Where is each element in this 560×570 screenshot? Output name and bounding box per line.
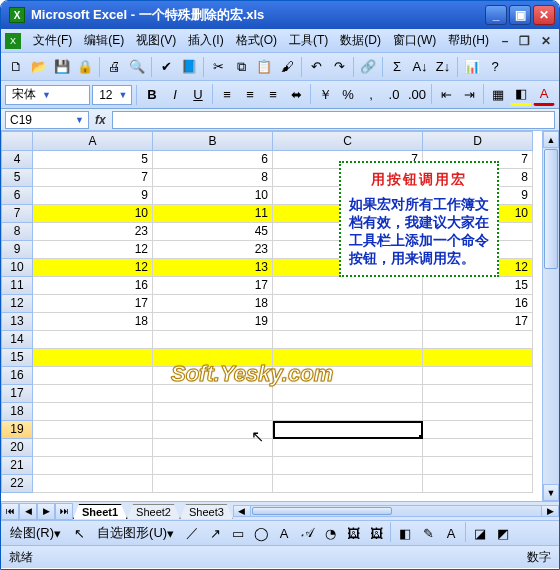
cell[interactable]: 18 xyxy=(153,295,273,313)
cell[interactable]: 10 xyxy=(33,205,153,223)
scroll-down-button[interactable]: ▼ xyxy=(543,484,559,501)
cell[interactable] xyxy=(33,385,153,403)
workbook-restore-button[interactable]: ❐ xyxy=(515,34,534,48)
row-header[interactable]: 20 xyxy=(1,439,33,457)
currency-button[interactable]: ￥ xyxy=(314,84,336,106)
row-header[interactable]: 4 xyxy=(1,151,33,169)
font2-button[interactable]: A xyxy=(440,522,462,544)
cell[interactable]: 16 xyxy=(33,277,153,295)
sort_asc-button[interactable]: A↓ xyxy=(409,56,431,78)
cell[interactable] xyxy=(423,457,533,475)
cell[interactable] xyxy=(273,295,423,313)
close-button[interactable]: ✕ xyxy=(533,5,555,25)
menu-insert[interactable]: 插入(I) xyxy=(182,29,229,52)
bold-button[interactable]: B xyxy=(141,84,163,106)
row-header[interactable]: 11 xyxy=(1,277,33,295)
fx-icon[interactable]: fx xyxy=(93,113,108,127)
fontname-combo[interactable]: 宋体▼ xyxy=(5,85,90,105)
link-button[interactable]: 🔗 xyxy=(357,56,379,78)
indent_dec-button[interactable]: ⇤ xyxy=(435,84,457,106)
cell[interactable]: 6 xyxy=(153,151,273,169)
vscroll-thumb[interactable] xyxy=(544,149,558,269)
textbox-button[interactable]: A xyxy=(273,522,295,544)
cell[interactable]: 17 xyxy=(153,277,273,295)
cell[interactable]: 17 xyxy=(423,313,533,331)
cell[interactable] xyxy=(153,475,273,493)
cell[interactable] xyxy=(423,403,533,421)
row-header[interactable]: 21 xyxy=(1,457,33,475)
menu-format[interactable]: 格式(O) xyxy=(230,29,283,52)
sheet-tab[interactable]: Sheet1 xyxy=(73,504,127,519)
row-header[interactable]: 16 xyxy=(1,367,33,385)
cell[interactable]: 23 xyxy=(153,241,273,259)
align_l-button[interactable]: ≡ xyxy=(216,84,238,106)
scroll-right-button[interactable]: ▶ xyxy=(541,506,558,516)
align_c-button[interactable]: ≡ xyxy=(239,84,261,106)
cell[interactable] xyxy=(33,475,153,493)
cell[interactable] xyxy=(273,331,423,349)
undo-button[interactable]: ↶ xyxy=(305,56,327,78)
cell[interactable] xyxy=(33,403,153,421)
sort_desc-button[interactable]: Z↓ xyxy=(432,56,454,78)
preview-button[interactable]: 🔍 xyxy=(126,56,148,78)
cell[interactable] xyxy=(153,457,273,475)
merge-button[interactable]: ⬌ xyxy=(285,84,307,106)
fill2-button[interactable]: ◧ xyxy=(394,522,416,544)
align_r-button[interactable]: ≡ xyxy=(262,84,284,106)
autoshapes-menu[interactable]: 自选图形(U)▾ xyxy=(92,522,179,544)
row-header[interactable]: 5 xyxy=(1,169,33,187)
cell[interactable] xyxy=(153,367,273,385)
indent_inc-button[interactable]: ⇥ xyxy=(458,84,480,106)
workbook-minimize-button[interactable]: – xyxy=(498,34,513,48)
redo-button[interactable]: ↷ xyxy=(328,56,350,78)
percent-button[interactable]: % xyxy=(337,84,359,106)
cell[interactable] xyxy=(33,331,153,349)
oval-button[interactable]: ◯ xyxy=(250,522,272,544)
row-header[interactable]: 15 xyxy=(1,349,33,367)
cell[interactable] xyxy=(273,457,423,475)
cell[interactable] xyxy=(273,385,423,403)
clip-button[interactable]: 🖼 xyxy=(342,522,364,544)
underline-button[interactable]: U xyxy=(187,84,209,106)
minimize-button[interactable]: _ xyxy=(485,5,507,25)
chart-button[interactable]: 📊 xyxy=(461,56,483,78)
open-button[interactable]: 📂 xyxy=(28,56,50,78)
sum-button[interactable]: Σ xyxy=(386,56,408,78)
cell[interactable]: 17 xyxy=(33,295,153,313)
menu-view[interactable]: 视图(V) xyxy=(130,29,182,52)
cell[interactable] xyxy=(273,439,423,457)
row-header[interactable]: 9 xyxy=(1,241,33,259)
col-header-D[interactable]: D xyxy=(423,131,533,151)
cell[interactable] xyxy=(273,367,423,385)
cell[interactable] xyxy=(273,475,423,493)
namebox[interactable]: C19▼ xyxy=(5,111,89,129)
copy-button[interactable]: ⧉ xyxy=(230,56,252,78)
cell[interactable]: 8 xyxy=(153,169,273,187)
formula-input[interactable] xyxy=(112,111,555,129)
cell[interactable] xyxy=(153,331,273,349)
print-button[interactable]: 🖨 xyxy=(103,56,125,78)
cell[interactable] xyxy=(273,403,423,421)
arrow2-button[interactable]: ↗ xyxy=(204,522,226,544)
cell[interactable]: 5 xyxy=(33,151,153,169)
cell[interactable] xyxy=(423,349,533,367)
col-header-C[interactable]: C xyxy=(273,131,423,151)
cell[interactable] xyxy=(153,439,273,457)
workbook-close-button[interactable]: ✕ xyxy=(537,34,555,48)
cell[interactable] xyxy=(423,421,533,439)
spell-button[interactable]: ✔ xyxy=(155,56,177,78)
row-header[interactable]: 13 xyxy=(1,313,33,331)
hscroll-thumb[interactable] xyxy=(252,507,392,515)
cell[interactable] xyxy=(153,385,273,403)
help-button[interactable]: ? xyxy=(484,56,506,78)
row-header[interactable]: 19 xyxy=(1,421,33,439)
dec_inc-button[interactable]: .0 xyxy=(383,84,405,106)
cell[interactable] xyxy=(423,475,533,493)
tab-nav-prev[interactable]: ◀ xyxy=(19,503,37,520)
cut-button[interactable]: ✂ xyxy=(207,56,229,78)
cell[interactable]: 9 xyxy=(33,187,153,205)
cell[interactable] xyxy=(273,313,423,331)
row-header[interactable]: 17 xyxy=(1,385,33,403)
cell[interactable]: 45 xyxy=(153,223,273,241)
scroll-left-button[interactable]: ◀ xyxy=(234,506,251,516)
